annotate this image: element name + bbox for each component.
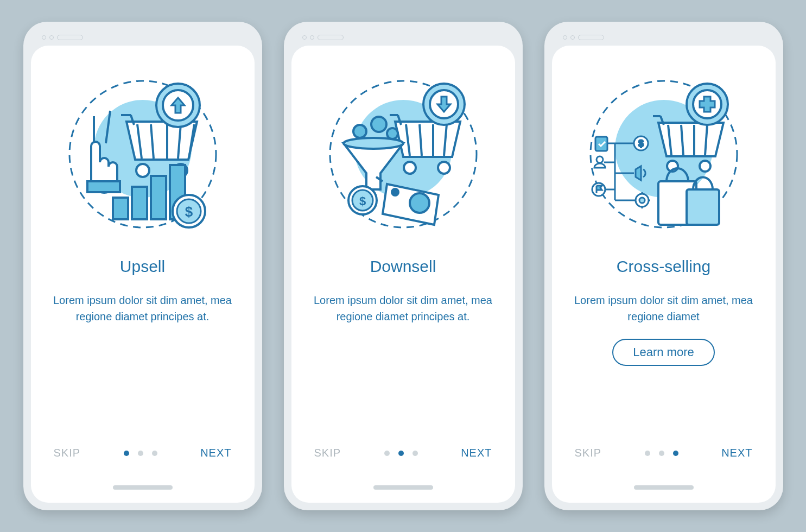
page-dot-2[interactable] xyxy=(138,451,143,456)
next-button[interactable]: NEXT xyxy=(721,447,752,459)
page-dot-3[interactable] xyxy=(152,451,157,456)
device-notch xyxy=(31,29,255,46)
page-indicator xyxy=(384,451,418,456)
svg-rect-13 xyxy=(113,198,128,219)
svg-point-36 xyxy=(353,125,366,138)
svg-text:$: $ xyxy=(185,204,193,220)
svg-point-43 xyxy=(410,193,429,213)
onboarding-nav: SKIP NEXT xyxy=(31,447,255,459)
home-indicator xyxy=(113,485,173,490)
onboarding-title: Upsell xyxy=(120,257,165,276)
onboarding-nav: SKIP NEXT xyxy=(291,447,515,459)
svg-point-42 xyxy=(392,189,398,195)
onboarding-title: Cross-selling xyxy=(617,257,710,276)
phone-frame-3: $ Cro xyxy=(544,22,783,510)
svg-point-31 xyxy=(404,162,416,174)
onboarding-description: Lorem ipsum dolor sit dim amet, mea regi… xyxy=(311,292,496,325)
next-button[interactable]: NEXT xyxy=(200,447,231,459)
page-indicator xyxy=(124,451,157,456)
svg-point-32 xyxy=(438,162,450,174)
dollar-coin-icon: $ xyxy=(348,186,377,214)
svg-point-64 xyxy=(596,156,603,163)
skip-button[interactable]: SKIP xyxy=(575,447,602,459)
device-notch xyxy=(291,29,515,46)
onboarding-description: Lorem ipsum dolor sit dim amet, mea regi… xyxy=(572,292,756,325)
home-indicator xyxy=(373,485,433,490)
plus-circle-icon xyxy=(687,84,728,125)
page-dot-1[interactable] xyxy=(645,451,650,456)
upsell-illustration: $ xyxy=(61,73,224,236)
svg-rect-14 xyxy=(132,187,147,219)
onboarding-screen-upsell: $ Upsell Lorem ipsum dolor sit dim amet,… xyxy=(31,46,255,503)
svg-rect-15 xyxy=(151,176,166,219)
skip-button[interactable]: SKIP xyxy=(314,447,341,459)
page-indicator xyxy=(645,451,678,456)
next-button[interactable]: NEXT xyxy=(461,447,492,459)
svg-point-70 xyxy=(639,198,645,203)
svg-text:$: $ xyxy=(359,194,365,208)
onboarding-description: Lorem ipsum dolor sit dim amet, mea regi… xyxy=(50,292,235,325)
downsell-illustration: $ xyxy=(322,73,485,236)
svg-rect-76 xyxy=(687,189,719,225)
page-dot-2[interactable] xyxy=(398,451,404,456)
onboarding-nav: SKIP NEXT xyxy=(552,447,776,459)
phone-frame-2: $ Downsell Lorem ipsum dolor sit dim ame… xyxy=(284,22,523,510)
svg-text:$: $ xyxy=(638,139,643,148)
page-dot-1[interactable] xyxy=(384,451,390,456)
arrow-down-icon xyxy=(423,84,465,125)
phone-frame-1: $ Upsell Lorem ipsum dolor sit dim amet,… xyxy=(23,22,262,510)
onboarding-screen-cross-selling: $ Cro xyxy=(552,46,776,503)
page-dot-2[interactable] xyxy=(659,451,664,456)
arrow-up-icon xyxy=(156,84,200,127)
svg-rect-20 xyxy=(87,181,120,192)
svg-point-38 xyxy=(387,128,398,139)
page-dot-3[interactable] xyxy=(673,451,678,456)
skip-button[interactable]: SKIP xyxy=(54,447,81,459)
onboarding-screen-downsell: $ Downsell Lorem ipsum dolor sit dim ame… xyxy=(291,46,515,503)
onboarding-title: Downsell xyxy=(370,257,436,276)
page-dot-3[interactable] xyxy=(412,451,418,456)
dollar-coin-icon: $ xyxy=(173,195,205,227)
home-indicator xyxy=(634,485,694,490)
svg-point-9 xyxy=(136,164,149,177)
device-notch xyxy=(552,29,776,46)
svg-point-37 xyxy=(371,117,386,132)
learn-more-button[interactable]: Learn more xyxy=(612,339,715,366)
svg-point-54 xyxy=(700,161,710,172)
cross-selling-illustration: $ xyxy=(582,73,745,236)
svg-rect-59 xyxy=(595,137,607,151)
page-dot-1[interactable] xyxy=(124,451,129,456)
